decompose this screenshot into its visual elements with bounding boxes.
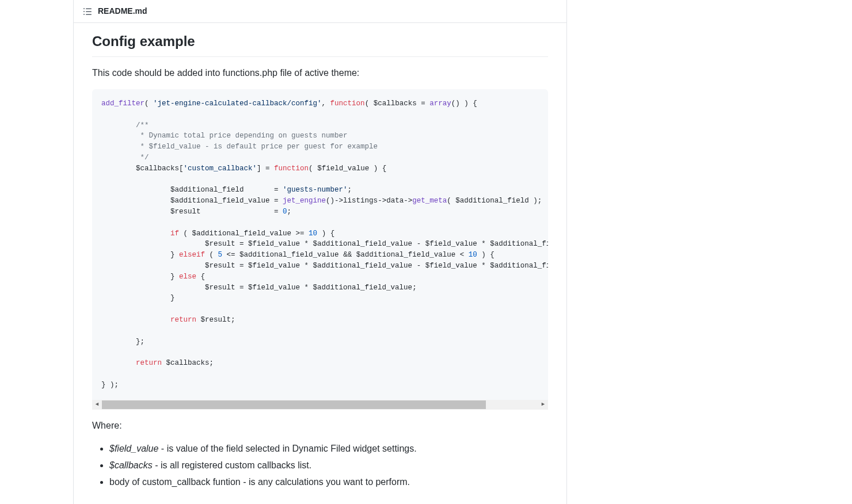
section-heading: Config example: [92, 31, 548, 57]
var-name: $field_value: [109, 444, 158, 453]
scroll-left-icon[interactable]: ◄: [92, 400, 102, 410]
intro-text: This code should be added into functions…: [92, 66, 548, 80]
list-item: body of custom_callback funtion - is any…: [109, 475, 548, 489]
list-text: body of custom_callback funtion - is any…: [109, 477, 410, 487]
list-icon[interactable]: [83, 7, 92, 16]
scroll-track[interactable]: [102, 400, 538, 410]
var-name: $callbacks: [109, 460, 153, 470]
list-text: - is value of the field selected in Dyna…: [158, 444, 416, 453]
readme-body: Config example This code should be added…: [74, 31, 566, 504]
list-item: $callbacks - is all registered custom ca…: [109, 459, 548, 472]
horizontal-scrollbar[interactable]: ◄ ►: [92, 400, 548, 410]
scroll-thumb[interactable]: [102, 400, 486, 409]
code-pre[interactable]: add_filter( 'jet-engine-calculated-callb…: [92, 89, 548, 400]
where-list: $field_value - is value of the field sel…: [92, 442, 548, 489]
file-header: README.md: [74, 0, 566, 23]
filename[interactable]: README.md: [98, 5, 147, 17]
where-label: Where:: [92, 419, 548, 433]
scroll-right-icon[interactable]: ►: [538, 400, 548, 410]
list-item: $field_value - is value of the field sel…: [109, 442, 548, 456]
readme-panel: README.md Config example This code shoul…: [73, 0, 567, 504]
list-text: - is all registered custom callbacks lis…: [153, 460, 312, 470]
code-block: add_filter( 'jet-engine-calculated-callb…: [92, 89, 548, 410]
